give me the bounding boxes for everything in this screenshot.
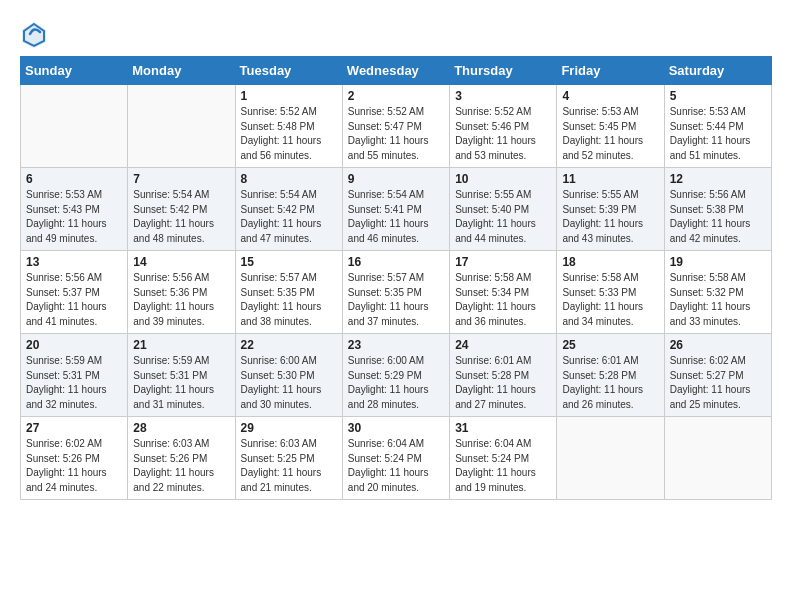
day-number: 12	[670, 172, 766, 186]
day-number: 2	[348, 89, 444, 103]
day-header-monday: Monday	[128, 57, 235, 85]
day-info: Sunrise: 5:58 AM Sunset: 5:34 PM Dayligh…	[455, 271, 551, 329]
day-header-wednesday: Wednesday	[342, 57, 449, 85]
day-info: Sunrise: 5:59 AM Sunset: 5:31 PM Dayligh…	[133, 354, 229, 412]
day-info: Sunrise: 5:54 AM Sunset: 5:41 PM Dayligh…	[348, 188, 444, 246]
day-info: Sunrise: 5:55 AM Sunset: 5:40 PM Dayligh…	[455, 188, 551, 246]
day-number: 28	[133, 421, 229, 435]
day-number: 22	[241, 338, 337, 352]
day-number: 4	[562, 89, 658, 103]
calendar-cell: 7Sunrise: 5:54 AM Sunset: 5:42 PM Daylig…	[128, 168, 235, 251]
day-info: Sunrise: 5:56 AM Sunset: 5:38 PM Dayligh…	[670, 188, 766, 246]
day-number: 29	[241, 421, 337, 435]
calendar-cell: 6Sunrise: 5:53 AM Sunset: 5:43 PM Daylig…	[21, 168, 128, 251]
day-number: 3	[455, 89, 551, 103]
calendar-cell: 16Sunrise: 5:57 AM Sunset: 5:35 PM Dayli…	[342, 251, 449, 334]
day-number: 18	[562, 255, 658, 269]
calendar-cell: 22Sunrise: 6:00 AM Sunset: 5:30 PM Dayli…	[235, 334, 342, 417]
day-number: 21	[133, 338, 229, 352]
calendar-cell: 24Sunrise: 6:01 AM Sunset: 5:28 PM Dayli…	[450, 334, 557, 417]
calendar-cell: 25Sunrise: 6:01 AM Sunset: 5:28 PM Dayli…	[557, 334, 664, 417]
calendar-cell: 28Sunrise: 6:03 AM Sunset: 5:26 PM Dayli…	[128, 417, 235, 500]
page-header	[20, 20, 772, 48]
calendar-cell: 4Sunrise: 5:53 AM Sunset: 5:45 PM Daylig…	[557, 85, 664, 168]
day-info: Sunrise: 5:57 AM Sunset: 5:35 PM Dayligh…	[241, 271, 337, 329]
calendar-cell: 30Sunrise: 6:04 AM Sunset: 5:24 PM Dayli…	[342, 417, 449, 500]
day-info: Sunrise: 6:04 AM Sunset: 5:24 PM Dayligh…	[348, 437, 444, 495]
day-info: Sunrise: 6:01 AM Sunset: 5:28 PM Dayligh…	[562, 354, 658, 412]
day-number: 11	[562, 172, 658, 186]
day-number: 6	[26, 172, 122, 186]
day-info: Sunrise: 5:53 AM Sunset: 5:45 PM Dayligh…	[562, 105, 658, 163]
day-info: Sunrise: 5:56 AM Sunset: 5:37 PM Dayligh…	[26, 271, 122, 329]
calendar-cell: 21Sunrise: 5:59 AM Sunset: 5:31 PM Dayli…	[128, 334, 235, 417]
day-info: Sunrise: 5:53 AM Sunset: 5:44 PM Dayligh…	[670, 105, 766, 163]
day-number: 24	[455, 338, 551, 352]
day-number: 17	[455, 255, 551, 269]
day-info: Sunrise: 6:02 AM Sunset: 5:27 PM Dayligh…	[670, 354, 766, 412]
calendar-cell: 18Sunrise: 5:58 AM Sunset: 5:33 PM Dayli…	[557, 251, 664, 334]
calendar-cell	[664, 417, 771, 500]
day-info: Sunrise: 5:54 AM Sunset: 5:42 PM Dayligh…	[133, 188, 229, 246]
day-number: 5	[670, 89, 766, 103]
calendar-week-row: 20Sunrise: 5:59 AM Sunset: 5:31 PM Dayli…	[21, 334, 772, 417]
day-number: 1	[241, 89, 337, 103]
day-info: Sunrise: 6:00 AM Sunset: 5:30 PM Dayligh…	[241, 354, 337, 412]
calendar-cell: 14Sunrise: 5:56 AM Sunset: 5:36 PM Dayli…	[128, 251, 235, 334]
day-number: 27	[26, 421, 122, 435]
day-info: Sunrise: 5:55 AM Sunset: 5:39 PM Dayligh…	[562, 188, 658, 246]
day-info: Sunrise: 5:58 AM Sunset: 5:33 PM Dayligh…	[562, 271, 658, 329]
day-info: Sunrise: 5:53 AM Sunset: 5:43 PM Dayligh…	[26, 188, 122, 246]
calendar-cell: 17Sunrise: 5:58 AM Sunset: 5:34 PM Dayli…	[450, 251, 557, 334]
calendar-cell: 27Sunrise: 6:02 AM Sunset: 5:26 PM Dayli…	[21, 417, 128, 500]
day-number: 31	[455, 421, 551, 435]
day-info: Sunrise: 6:00 AM Sunset: 5:29 PM Dayligh…	[348, 354, 444, 412]
calendar-cell	[21, 85, 128, 168]
day-info: Sunrise: 6:03 AM Sunset: 5:26 PM Dayligh…	[133, 437, 229, 495]
calendar-week-row: 6Sunrise: 5:53 AM Sunset: 5:43 PM Daylig…	[21, 168, 772, 251]
day-number: 25	[562, 338, 658, 352]
day-info: Sunrise: 5:52 AM Sunset: 5:46 PM Dayligh…	[455, 105, 551, 163]
day-number: 19	[670, 255, 766, 269]
day-info: Sunrise: 5:54 AM Sunset: 5:42 PM Dayligh…	[241, 188, 337, 246]
day-number: 30	[348, 421, 444, 435]
day-number: 15	[241, 255, 337, 269]
calendar-cell: 9Sunrise: 5:54 AM Sunset: 5:41 PM Daylig…	[342, 168, 449, 251]
calendar-cell	[128, 85, 235, 168]
day-number: 13	[26, 255, 122, 269]
day-info: Sunrise: 5:58 AM Sunset: 5:32 PM Dayligh…	[670, 271, 766, 329]
day-info: Sunrise: 5:52 AM Sunset: 5:47 PM Dayligh…	[348, 105, 444, 163]
day-info: Sunrise: 6:01 AM Sunset: 5:28 PM Dayligh…	[455, 354, 551, 412]
calendar-week-row: 1Sunrise: 5:52 AM Sunset: 5:48 PM Daylig…	[21, 85, 772, 168]
day-number: 26	[670, 338, 766, 352]
day-info: Sunrise: 6:04 AM Sunset: 5:24 PM Dayligh…	[455, 437, 551, 495]
day-header-saturday: Saturday	[664, 57, 771, 85]
day-info: Sunrise: 6:02 AM Sunset: 5:26 PM Dayligh…	[26, 437, 122, 495]
calendar-cell: 12Sunrise: 5:56 AM Sunset: 5:38 PM Dayli…	[664, 168, 771, 251]
day-header-friday: Friday	[557, 57, 664, 85]
day-number: 23	[348, 338, 444, 352]
calendar-week-row: 13Sunrise: 5:56 AM Sunset: 5:37 PM Dayli…	[21, 251, 772, 334]
calendar-cell: 8Sunrise: 5:54 AM Sunset: 5:42 PM Daylig…	[235, 168, 342, 251]
day-info: Sunrise: 5:52 AM Sunset: 5:48 PM Dayligh…	[241, 105, 337, 163]
calendar-cell: 13Sunrise: 5:56 AM Sunset: 5:37 PM Dayli…	[21, 251, 128, 334]
day-info: Sunrise: 6:03 AM Sunset: 5:25 PM Dayligh…	[241, 437, 337, 495]
calendar-cell: 29Sunrise: 6:03 AM Sunset: 5:25 PM Dayli…	[235, 417, 342, 500]
logo	[20, 20, 52, 48]
calendar-cell: 11Sunrise: 5:55 AM Sunset: 5:39 PM Dayli…	[557, 168, 664, 251]
day-info: Sunrise: 5:59 AM Sunset: 5:31 PM Dayligh…	[26, 354, 122, 412]
calendar-cell: 5Sunrise: 5:53 AM Sunset: 5:44 PM Daylig…	[664, 85, 771, 168]
day-number: 7	[133, 172, 229, 186]
day-number: 10	[455, 172, 551, 186]
logo-icon	[20, 20, 48, 48]
svg-marker-0	[22, 22, 46, 48]
day-header-sunday: Sunday	[21, 57, 128, 85]
day-header-tuesday: Tuesday	[235, 57, 342, 85]
calendar-cell: 20Sunrise: 5:59 AM Sunset: 5:31 PM Dayli…	[21, 334, 128, 417]
day-number: 8	[241, 172, 337, 186]
calendar-header-row: SundayMondayTuesdayWednesdayThursdayFrid…	[21, 57, 772, 85]
calendar-cell: 23Sunrise: 6:00 AM Sunset: 5:29 PM Dayli…	[342, 334, 449, 417]
calendar-cell: 10Sunrise: 5:55 AM Sunset: 5:40 PM Dayli…	[450, 168, 557, 251]
calendar-cell: 31Sunrise: 6:04 AM Sunset: 5:24 PM Dayli…	[450, 417, 557, 500]
calendar-cell: 2Sunrise: 5:52 AM Sunset: 5:47 PM Daylig…	[342, 85, 449, 168]
